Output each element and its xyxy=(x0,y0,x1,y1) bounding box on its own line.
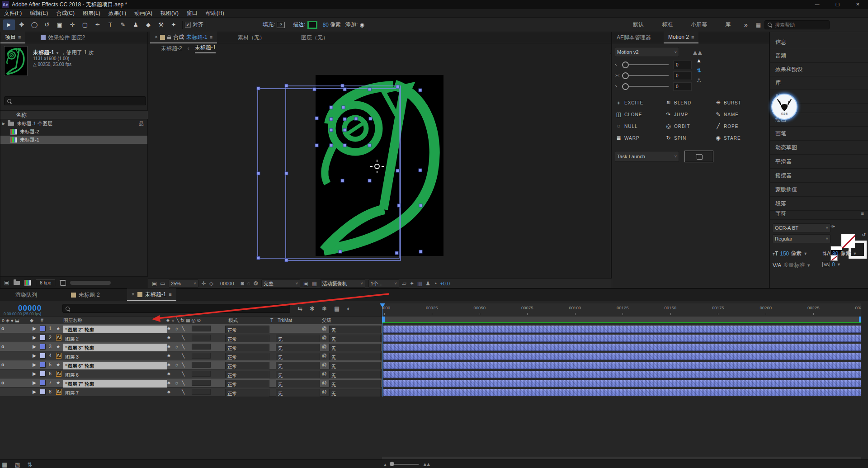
tool-icon[interactable]: ✦ xyxy=(168,19,179,30)
scale-arrows-icon[interactable]: ⇅ xyxy=(697,67,701,74)
table-row[interactable]: o ▶ 7 ★ Ai “图层 7” 轮廓 ♣ ☼ ╲ 正常˅ 无˅ @ 无˅ xyxy=(0,378,868,388)
slider-value[interactable]: 0 xyxy=(673,71,692,80)
tab-script-manager[interactable]: AE脚本管理器 xyxy=(612,32,656,43)
layer-duration-bar[interactable] xyxy=(383,335,861,342)
menu-item[interactable]: 效果(T) xyxy=(108,9,126,17)
blend-mode-select[interactable]: 正常˅ xyxy=(225,353,269,361)
menu-item[interactable]: 帮助(H) xyxy=(206,9,224,17)
workspace-label[interactable]: 库 xyxy=(725,21,731,28)
quality-switch-icon[interactable]: ╲ xyxy=(182,371,184,376)
blend-mode-select[interactable]: 正常˅ xyxy=(225,371,269,379)
collapse-switch-icon[interactable]: ♣ xyxy=(167,362,170,367)
workspace-icon[interactable]: ▦ xyxy=(756,22,761,28)
motion-tool-button[interactable]: ＋ EXCITE xyxy=(616,98,661,107)
quality-switch-icon[interactable]: ╲ xyxy=(182,344,184,349)
tool-icon[interactable]: ↺ xyxy=(41,19,53,30)
new-folder-icon[interactable] xyxy=(14,281,20,285)
collapsed-panel-header[interactable]: 动态草图 xyxy=(770,141,868,155)
color-depth-button[interactable]: 8 bpc xyxy=(36,279,55,286)
expand-arrow-icon[interactable]: ▶ xyxy=(33,389,36,394)
inout-columns-icon[interactable]: ⇅ xyxy=(28,461,33,468)
effects-switch-icon[interactable]: ☼ xyxy=(175,326,179,331)
preset-select[interactable]: Motion v2˅ xyxy=(615,47,679,57)
project-search-input[interactable] xyxy=(14,98,61,104)
label-color-chip[interactable] xyxy=(40,380,46,386)
blend-mode-select[interactable]: 正常˅ xyxy=(225,389,269,397)
roi-icon[interactable]: ✛ xyxy=(202,280,206,287)
view-layout-select[interactable]: 1个...˅ xyxy=(368,279,399,288)
layer-duration-bar[interactable] xyxy=(383,344,861,351)
expand-arrow-icon[interactable]: ▶ xyxy=(33,344,36,349)
eyedropper-icon[interactable]: ✑ xyxy=(830,223,835,230)
visibility-toggle[interactable]: o xyxy=(1,362,4,367)
motion-tool-button[interactable]: ↷ JUMP xyxy=(665,110,711,119)
workspace-label[interactable]: 标准 xyxy=(662,21,673,28)
collapsed-panel-header[interactable]: 音频 xyxy=(770,49,868,63)
motion-tool-button[interactable]: ╱ ROPE xyxy=(715,122,760,131)
switch-cells[interactable] xyxy=(192,353,211,359)
parent-select[interactable]: 无˅ xyxy=(329,344,381,352)
quality-switch-icon[interactable]: ╲ xyxy=(182,353,184,358)
label-color-chip[interactable] xyxy=(40,362,46,368)
tab-project[interactable]: 项目≡ xyxy=(0,32,25,43)
layer-duration-bar[interactable] xyxy=(383,362,861,369)
expand-arrow-icon[interactable]: ▶ xyxy=(33,371,36,376)
caret-down-icon[interactable]: ▼ xyxy=(807,263,811,268)
slider-knob[interactable] xyxy=(622,83,629,90)
grid-guides-icon[interactable]: ▦ xyxy=(311,280,316,287)
slider-track[interactable] xyxy=(629,75,669,76)
table-row[interactable]: o ▶ 2 ★ Ai 图层 2 ♣ ☼ ╲ 正常˅ 无˅ @ 无˅ xyxy=(0,333,868,342)
table-row[interactable]: o ▶ 1 ★ Ai “图层 2” 轮廓 ♣ ☼ ╲ 正常˅ ˅ @ 无˅ xyxy=(0,324,868,333)
panel-menu-icon[interactable]: ≡ xyxy=(169,292,171,297)
layer-duration-bar[interactable] xyxy=(383,380,861,387)
motion-tool-button[interactable]: ↻ SPIN xyxy=(665,133,711,142)
collapse-switch-icon[interactable]: ♣ xyxy=(167,344,170,349)
expand-arrow-icon[interactable]: ▶ xyxy=(33,335,36,340)
collapse-switch-icon[interactable]: ♣ xyxy=(167,326,170,331)
transfer-controls-icon[interactable]: ▧ xyxy=(14,461,20,468)
parent-select[interactable]: 无˅ xyxy=(329,335,381,343)
collapsed-panel-header[interactable]: 库 xyxy=(770,76,868,90)
parent-select[interactable]: 无˅ xyxy=(329,362,381,370)
menu-item[interactable]: 合成(C) xyxy=(56,9,75,17)
tool-icon[interactable]: ✥ xyxy=(16,19,28,30)
breadcrumb-comp1[interactable]: 未标题-1 xyxy=(195,44,216,53)
mountains-icon[interactable]: ▲▲ xyxy=(692,48,702,56)
tool-icon[interactable]: ✒ xyxy=(92,19,104,30)
fill-swatch-none[interactable] xyxy=(841,234,855,248)
workspace-label[interactable]: 默认 xyxy=(633,21,644,28)
stroke-width[interactable]: 80 xyxy=(323,22,329,28)
font-size-value[interactable]: 150 xyxy=(780,251,789,257)
tool-icon[interactable]: ⚒ xyxy=(155,19,167,30)
effects-switch-icon[interactable]: ☼ xyxy=(175,362,179,367)
motion-tool-button[interactable]: ✳ BURST xyxy=(715,98,760,107)
rocket-icon[interactable]: ▲ xyxy=(696,57,702,64)
tool-icon[interactable]: ✛ xyxy=(66,19,78,30)
time-ruler[interactable]: 0000000025000500007500100001250015000175… xyxy=(382,303,861,317)
panel-menu-icon[interactable]: ≡ xyxy=(18,34,21,40)
label-color-chip[interactable] xyxy=(40,335,46,340)
panel-menu-icon[interactable]: ≡ xyxy=(861,208,864,219)
slider-knob[interactable] xyxy=(622,72,629,79)
target-region-icon[interactable]: ▣ xyxy=(303,280,308,287)
motion-tool-button[interactable]: ◎ ORBIT xyxy=(665,122,711,131)
exposure-value[interactable]: +0.0 xyxy=(440,281,450,286)
blend-mode-select[interactable]: 正常˅ xyxy=(225,362,269,370)
maximize-button[interactable]: ▢ xyxy=(827,0,848,9)
new-composition-icon[interactable] xyxy=(24,280,31,286)
pickwhip-icon[interactable]: @ xyxy=(322,371,327,376)
table-row[interactable]: o ▶ 3 ★ Ai “图层 3” 轮廓 ♣ ☼ ╲ 正常˅ 无˅ @ 无˅ xyxy=(0,342,868,351)
tab-effect-controls[interactable]: 效果控件 图层2 xyxy=(36,32,90,43)
blend-mode-select[interactable]: 正常˅ xyxy=(225,344,269,352)
layer-name[interactable]: 图层 7 xyxy=(63,389,167,397)
quality-switch-icon[interactable]: ╲ xyxy=(182,362,184,367)
collapsed-panel-header[interactable]: 效果和预设 xyxy=(770,63,868,76)
table-row[interactable]: o ▶ 8 ★ Ai 图层 7 ♣ ☼ ╲ 正常˅ 无˅ @ 无˅ xyxy=(0,388,868,397)
blend-mode-select[interactable]: 正常˅ xyxy=(225,380,269,388)
always-preview-icon[interactable]: ▣ xyxy=(152,280,157,287)
motion-tool-button[interactable]: ◫ CLONE xyxy=(616,110,661,119)
tool-icon[interactable]: ▢ xyxy=(79,19,91,30)
current-frame[interactable]: 00000 xyxy=(220,281,234,286)
zoom-out-mountain-icon[interactable]: ▲ xyxy=(383,463,387,467)
caret-down-icon[interactable]: ▼ xyxy=(803,251,807,256)
